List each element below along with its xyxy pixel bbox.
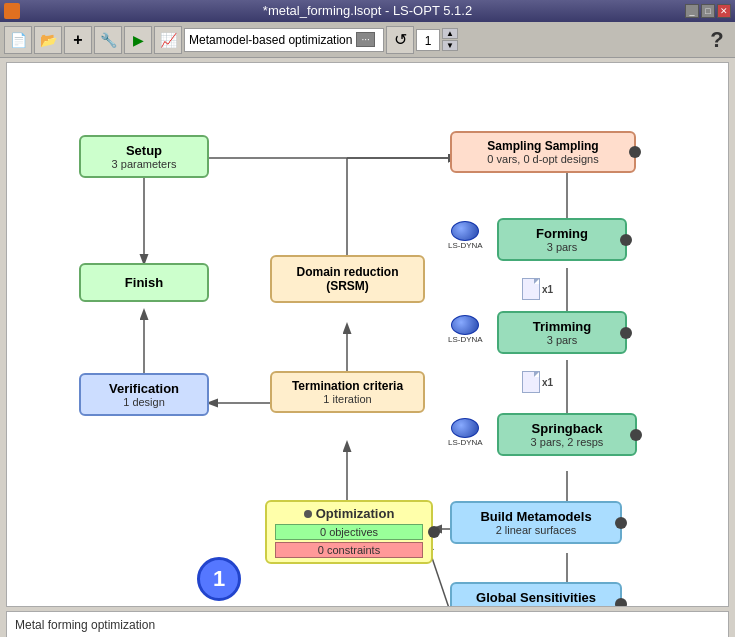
sampling-subtitle: 0 vars, 0 d-opt designs: [462, 153, 624, 165]
optimization-objectives: 0 objectives: [275, 524, 423, 540]
sampling-node[interactable]: Sampling Sampling 0 vars, 0 d-opt design…: [450, 131, 636, 173]
lsdyna-springback-icon: LS-DYNA: [448, 418, 483, 447]
sampling-title: Sampling Sampling: [462, 139, 624, 153]
run-button[interactable]: ▶: [124, 26, 152, 54]
forming-subtitle: 3 pars: [509, 241, 615, 253]
finish-title: Finish: [91, 275, 197, 290]
trimming-conn-dot: [620, 327, 632, 339]
refresh-button[interactable]: ↺: [386, 26, 414, 54]
optimization-constraints: 0 constraints: [275, 542, 423, 558]
forming-title: Forming: [509, 226, 615, 241]
springback-title: Springback: [509, 421, 625, 436]
optimization-node[interactable]: Optimization 0 objectives 0 constraints: [265, 500, 433, 564]
statusbar: Metal forming optimization: [6, 611, 729, 637]
minimize-button[interactable]: _: [685, 4, 699, 18]
verification-subtitle: 1 design: [91, 396, 197, 408]
setup-title: Setup: [91, 143, 197, 158]
verification-node[interactable]: Verification 1 design: [79, 373, 209, 416]
forming-node[interactable]: Forming 3 pars: [497, 218, 627, 261]
toolbar: 📄 📂 + 🔧 ▶ 📈 Metamodel-based optimization…: [0, 22, 735, 58]
doc-icon-2: x1: [522, 371, 553, 393]
springback-node[interactable]: Springback 3 pars, 2 resps: [497, 413, 637, 456]
build-metamodels-node[interactable]: Build Metamodels 2 linear surfaces: [450, 501, 622, 544]
iteration-field[interactable]: 1 ▲ ▼: [416, 28, 458, 51]
lsdyna-forming-icon: LS-DYNA: [448, 221, 483, 250]
method-dots[interactable]: ···: [356, 32, 374, 47]
global-conn-dot: [615, 598, 627, 608]
open-file-button[interactable]: 📂: [34, 26, 62, 54]
trimming-node[interactable]: Trimming 3 pars: [497, 311, 627, 354]
forming-conn-dot: [620, 234, 632, 246]
setup-subtitle: 3 parameters: [91, 158, 197, 170]
titlebar-icon: [4, 3, 20, 19]
springback-conn-dot: [630, 429, 642, 441]
verification-title: Verification: [91, 381, 197, 396]
titlebar-title: *metal_forming.lsopt - LS-OPT 5.1.2: [263, 0, 472, 22]
status-text: Metal forming optimization: [15, 618, 155, 632]
new-file-button[interactable]: 📄: [4, 26, 32, 54]
global-title: Global Sensitivities: [462, 590, 610, 605]
iteration-down-button[interactable]: ▼: [442, 40, 458, 51]
domain-reduction-node[interactable]: Domain reduction(SRSM): [270, 255, 425, 303]
trimming-subtitle: 3 pars: [509, 334, 615, 346]
build-title: Build Metamodels: [462, 509, 610, 524]
help-button[interactable]: ?: [703, 26, 731, 54]
termination-criteria-node[interactable]: Termination criteria 1 iteration: [270, 371, 425, 413]
domain-title: Domain reduction(SRSM): [282, 265, 413, 293]
add-button[interactable]: +: [64, 26, 92, 54]
maximize-button[interactable]: □: [701, 4, 715, 18]
finish-node[interactable]: Finish: [79, 263, 209, 302]
iteration-up-button[interactable]: ▲: [442, 28, 458, 39]
titlebar-buttons[interactable]: _ □ ✕: [685, 4, 731, 18]
method-dropdown[interactable]: Metamodel-based optimization ···: [184, 28, 384, 52]
iteration-value[interactable]: 1: [416, 29, 440, 51]
method-label: Metamodel-based optimization: [189, 33, 352, 47]
setup-node[interactable]: Setup 3 parameters: [79, 135, 209, 178]
close-button[interactable]: ✕: [717, 4, 731, 18]
main-canvas: Setup 3 parameters Sampling Sampling 0 v…: [6, 62, 729, 607]
titlebar: *metal_forming.lsopt - LS-OPT 5.1.2 _ □ …: [0, 0, 735, 22]
optimization-title: Optimization: [275, 506, 423, 521]
global-sensitivities-node[interactable]: Global Sensitivities 10000 points: [450, 582, 622, 607]
iteration-badge: 1: [197, 557, 241, 601]
chart-button[interactable]: 📈: [154, 26, 182, 54]
trimming-title: Trimming: [509, 319, 615, 334]
springback-subtitle: 3 pars, 2 resps: [509, 436, 625, 448]
build-conn-dot: [615, 517, 627, 529]
optimization-conn-dot: [428, 526, 440, 538]
sampling-conn-dot: [629, 146, 641, 158]
settings-button[interactable]: 🔧: [94, 26, 122, 54]
doc-icon-1: x1: [522, 278, 553, 300]
lsdyna-trimming-icon: LS-DYNA: [448, 315, 483, 344]
build-subtitle: 2 linear surfaces: [462, 524, 610, 536]
global-subtitle: 10000 points: [462, 605, 610, 607]
termination-subtitle: 1 iteration: [282, 393, 413, 405]
termination-title: Termination criteria: [282, 379, 413, 393]
